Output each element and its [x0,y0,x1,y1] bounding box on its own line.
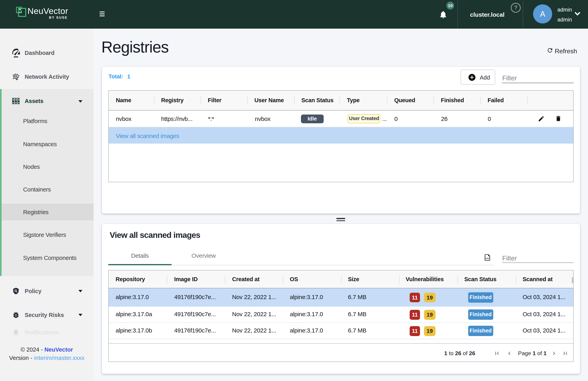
svg-text:csv: csv [485,257,489,259]
